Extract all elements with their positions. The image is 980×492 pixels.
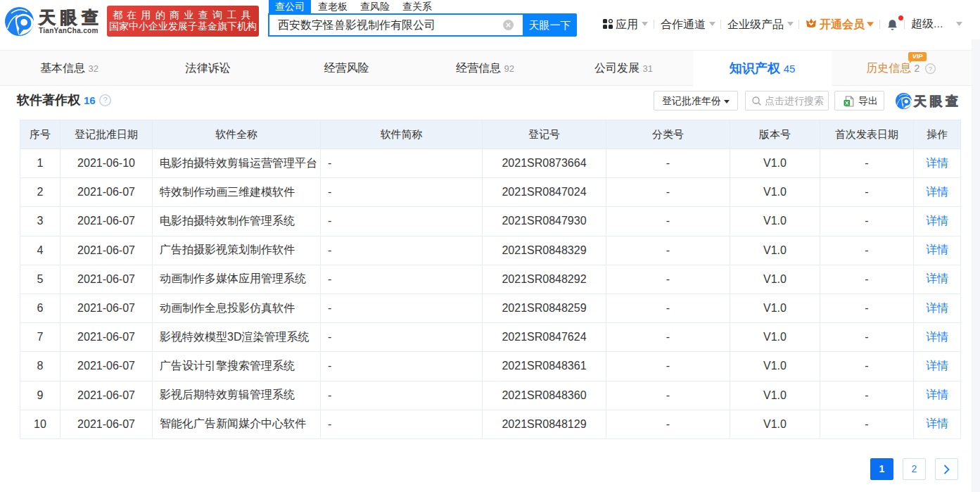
svg-text:?: ? [929, 65, 932, 72]
svg-text:?: ? [103, 96, 107, 104]
